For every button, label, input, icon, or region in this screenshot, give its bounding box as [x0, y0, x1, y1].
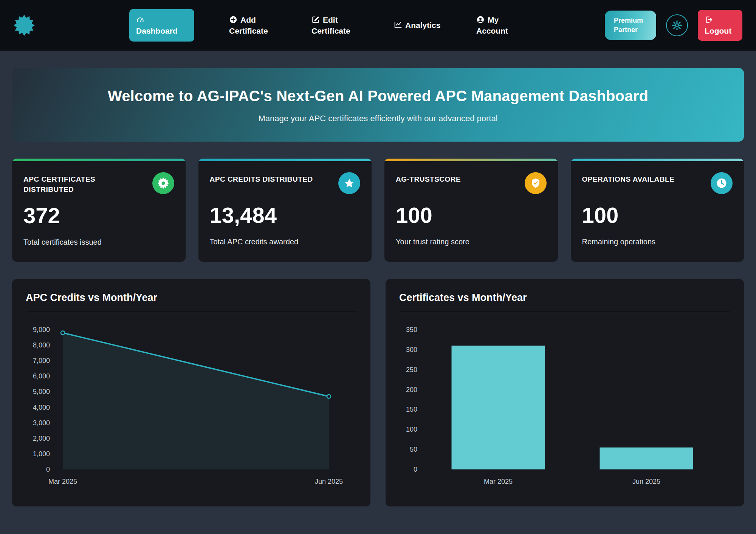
svg-text:1,000: 1,000	[33, 450, 50, 458]
settings-button[interactable]	[666, 14, 688, 36]
logout-icon	[705, 15, 713, 24]
stat-caption: Total certificates issued	[23, 238, 174, 247]
bar-chart-title: Certificates vs Month/Year	[399, 292, 730, 304]
svg-text:250: 250	[406, 366, 417, 373]
apc-credits-line-chart: 01,0002,0003,0004,0005,0006,0007,0008,00…	[26, 318, 357, 492]
logout-button[interactable]: Logout	[698, 10, 742, 41]
nav-dashboard[interactable]: Dashboard	[129, 9, 194, 42]
hero-banner: Welcome to AG-IPAC's Next-Gen AI Powered…	[12, 68, 744, 142]
charts-row: APC Credits vs Month/Year 01,0002,0003,0…	[12, 279, 744, 506]
stat-value: 100	[396, 204, 547, 227]
certificate-seal-icon	[152, 172, 174, 194]
stat-card-credits-distributed: APC CREDITS DISTRIBUTED 13,484 Total APC…	[198, 159, 372, 262]
stat-accent-strip	[198, 159, 372, 161]
nav-my-account[interactable]: My Account	[476, 14, 524, 37]
stat-card-trustscore: AG-TRUSTSCORE 100 Your trust rating scor…	[384, 159, 558, 262]
svg-text:3,000: 3,000	[33, 419, 50, 427]
hero-title: Welcome to AG-IPAC's Next-Gen AI Powered…	[27, 88, 729, 105]
premium-partner-badge: Premium Partner	[605, 11, 656, 40]
nav-analytics-label: Analytics	[405, 21, 440, 29]
svg-text:200: 200	[406, 386, 417, 394]
svg-text:350: 350	[406, 326, 417, 333]
stat-title: APC CREDITS DISTRIBUTED	[210, 172, 313, 185]
svg-text:4,000: 4,000	[33, 404, 50, 411]
chart-title-divider	[26, 312, 357, 312]
chart-title-divider	[399, 312, 730, 312]
nav-dashboard-label: Dashboard	[136, 26, 178, 35]
stat-title: APC CERTIFICATES DISTRIBUTED	[23, 172, 137, 194]
stat-title: OPERATIONS AVAILABLE	[582, 172, 675, 185]
svg-text:6,000: 6,000	[33, 372, 50, 380]
main-nav: Dashboard Add Certificate Edit Certifica…	[129, 9, 524, 42]
line-chart-card: APC Credits vs Month/Year 01,0002,0003,0…	[12, 279, 370, 506]
gear-icon	[672, 20, 682, 31]
stat-card-certificates-distributed: APC CERTIFICATES DISTRIBUTED 372 Total c…	[12, 159, 186, 262]
svg-text:Mar 2025: Mar 2025	[484, 478, 513, 485]
svg-text:100: 100	[406, 426, 417, 433]
stat-caption: Remaining operations	[582, 238, 733, 246]
star-icon	[338, 172, 360, 194]
svg-text:300: 300	[406, 346, 417, 353]
svg-text:Jun 2025: Jun 2025	[632, 478, 660, 485]
svg-text:Jun 2025: Jun 2025	[315, 478, 343, 485]
nav-edit-certificate[interactable]: Edit Certificate	[311, 14, 359, 37]
hero-subtitle: Manage your APC certificates efficiently…	[27, 114, 729, 123]
shield-icon	[525, 172, 547, 194]
stat-title: AG-TRUSTSCORE	[396, 172, 461, 185]
edit-pencil-icon	[311, 15, 320, 24]
logout-label: Logout	[705, 26, 731, 35]
stat-value: 372	[23, 204, 174, 227]
stat-card-operations-available: OPERATIONS AVAILABLE 100 Remaining opera…	[571, 159, 744, 262]
navbar-right-group: Premium Partner Logout	[605, 10, 742, 41]
top-navbar: Dashboard Add Certificate Edit Certifica…	[0, 0, 756, 51]
stat-accent-strip	[12, 159, 186, 161]
dashboard-icon	[136, 15, 144, 24]
svg-text:9,000: 9,000	[33, 326, 50, 333]
app-logo[interactable]	[14, 15, 35, 36]
user-circle-icon	[476, 15, 485, 24]
svg-text:Mar 2025: Mar 2025	[48, 478, 77, 485]
certificates-bar-chart: 050100150200250300350Mar 2025Jun 2025	[399, 318, 730, 492]
svg-text:150: 150	[406, 406, 417, 414]
stat-cards-row: APC CERTIFICATES DISTRIBUTED 372 Total c…	[12, 159, 744, 262]
stat-value: 13,484	[210, 204, 361, 227]
stat-accent-strip	[384, 159, 558, 161]
stat-accent-strip	[571, 159, 744, 161]
stat-caption: Your trust rating score	[396, 238, 547, 246]
svg-text:8,000: 8,000	[33, 341, 50, 349]
svg-text:5,000: 5,000	[33, 388, 50, 396]
logo-burst-icon	[14, 15, 35, 36]
svg-text:50: 50	[410, 446, 417, 453]
plus-circle-icon	[229, 15, 237, 24]
svg-text:0: 0	[46, 466, 50, 473]
stat-caption: Total APC credits awarded	[210, 238, 361, 246]
nav-analytics[interactable]: Analytics	[394, 20, 442, 31]
line-chart-icon	[394, 21, 402, 29]
nav-add-certificate[interactable]: Add Certificate	[229, 14, 277, 37]
svg-text:2,000: 2,000	[33, 435, 50, 442]
svg-text:0: 0	[414, 466, 417, 473]
svg-text:7,000: 7,000	[33, 357, 50, 364]
clock-icon	[711, 172, 733, 194]
line-chart-title: APC Credits vs Month/Year	[26, 292, 357, 304]
bar-chart-card: Certificates vs Month/Year 0501001502002…	[386, 279, 744, 506]
stat-value: 100	[582, 204, 733, 227]
